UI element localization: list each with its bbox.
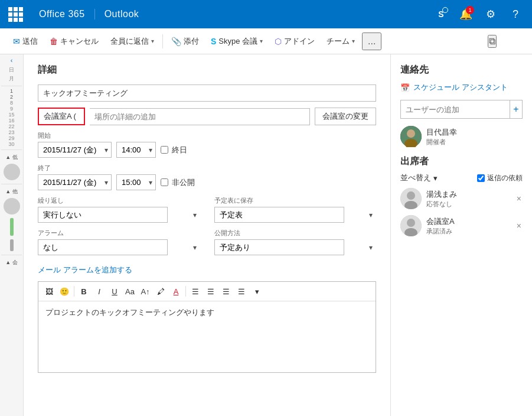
font-color-btn[interactable]: A <box>169 284 183 298</box>
skype-icon: S <box>211 37 216 46</box>
end-time-wrapper: 15:00 15:30 16:00 <box>116 174 156 190</box>
publicmethod-select[interactable]: 予定あり 空き時間 外出中 <box>214 239 344 255</box>
toolbar: ✉ 送信 🗑 キャンセル 全員に返信 ▾ 📎 添付 S Skype 会議 ▾ ⬡… <box>0 28 532 54</box>
insert-emoji-btn[interactable]: 🙂 <box>57 284 71 298</box>
more-button[interactable]: ... <box>362 32 381 50</box>
saveto-select[interactable]: 予定表 その他 <box>214 207 344 223</box>
end-label: 終了 <box>38 164 376 173</box>
private-checkbox[interactable] <box>161 178 168 186</box>
add-user-input[interactable] <box>401 102 510 118</box>
alarm-select[interactable]: なし 5分前 15分前 30分前 <box>38 239 168 255</box>
editor-sep-2 <box>185 286 186 297</box>
meeting-title-input[interactable] <box>38 84 376 102</box>
toolbar-separator <box>162 34 163 48</box>
add-alarm-row: メール アラームを追加する <box>38 265 376 275</box>
alarm-label: アラーム <box>38 229 200 238</box>
saveto-wrapper: 予定表 その他 <box>214 207 377 223</box>
person-avatar-small <box>4 164 20 180</box>
attendee-item-2: 会議室A 承諾済み × <box>400 215 523 236</box>
section-meeting: ▲ 会 <box>1 259 22 266</box>
editor-sep-1 <box>74 286 74 297</box>
teams-button[interactable]: チーム ▾ <box>322 34 360 49</box>
repeat-wrapper: 実行しない 毎日 毎週 <box>38 207 200 223</box>
cancel-button[interactable]: 🗑 キャンセル <box>45 34 103 49</box>
form-title: 詳細 <box>38 64 376 76</box>
form-area: 詳細 会議室A ( 会議室の変更 開始 2015/11/27 (金) 201 <box>24 54 390 416</box>
organizer-info: 目代昌幸 開催者 <box>426 127 523 147</box>
color-bar-gray <box>10 239 14 251</box>
add-user-button[interactable]: + <box>510 100 522 118</box>
add-user-row: + <box>400 100 523 119</box>
content-area: 詳細 会議室A ( 会議室の変更 開始 2015/11/27 (金) 201 <box>24 54 532 416</box>
calendar-icon: 📅 <box>400 83 410 92</box>
svg-point-1 <box>407 129 415 138</box>
calendar-sidebar: ‹ 日 月 1 2 8 9 15 16 22 23 29 30 ▲ 低 ▲ 他 … <box>0 54 24 416</box>
indent-decrease-btn[interactable]: ☰ <box>219 284 233 298</box>
highlight-btn[interactable]: 🖍 <box>154 284 168 298</box>
settings-icon[interactable]: ⚙ <box>480 4 501 25</box>
attendee-status-1: 応答なし <box>426 200 511 209</box>
more-formatting-btn[interactable]: ▾ <box>250 284 264 298</box>
remove-attendee-1[interactable]: × <box>515 193 523 204</box>
bold-btn[interactable]: B <box>77 284 91 298</box>
attendee-avatar-2 <box>400 215 422 236</box>
list-ul-btn[interactable]: ☰ <box>188 284 203 298</box>
skype-button[interactable]: S Skype 会議 ▾ <box>206 34 267 49</box>
repeat-group: 繰り返し 実行しない 毎日 毎週 <box>38 196 200 223</box>
saveto-group: 予定表に保存 予定表 その他 <box>214 196 377 223</box>
help-icon[interactable]: ? <box>505 4 526 25</box>
send-button[interactable]: ✉ 送信 <box>8 34 43 49</box>
end-date-select[interactable]: 2015/11/27 (金) 2015/11/28 (土) <box>38 174 112 190</box>
attendee-info-2: 会議室A 承諾済み <box>426 216 511 236</box>
sort-link[interactable]: 並べ替え ▾ <box>400 173 438 183</box>
location-label: 会議室A ( <box>38 108 85 125</box>
schedule-assistant-link[interactable]: 📅 スケジュール アシスタント <box>400 82 523 93</box>
end-date-wrapper: 2015/11/27 (金) 2015/11/28 (土) <box>38 174 112 190</box>
indent-increase-btn[interactable]: ☰ <box>234 284 249 298</box>
attendee-item: 湯浅まみ 応答なし × <box>400 188 523 209</box>
reply-all-button[interactable]: 全員に返信 ▾ <box>106 34 159 49</box>
sidebar-collapse-btn[interactable]: ‹ <box>11 57 13 64</box>
attach-button[interactable]: 📎 添付 <box>167 34 204 49</box>
font-size-btn[interactable]: A↑ <box>138 284 152 298</box>
sort-row: 並べ替え ▾ 返信の依頼 <box>400 173 523 183</box>
font-btn[interactable]: Aa <box>123 284 137 298</box>
allday-checkbox-label: 終日 <box>161 145 187 155</box>
top-bar: Office 365 Outlook S 🔔 1 ⚙ ? <box>0 0 532 28</box>
change-room-button[interactable]: 会議室の変更 <box>315 108 376 125</box>
return-label: 返信の依頼 <box>477 173 523 183</box>
waffle-menu[interactable] <box>6 5 25 24</box>
attendee-avatar-1 <box>400 188 422 209</box>
send-icon: ✉ <box>13 37 20 46</box>
underline-btn[interactable]: U <box>107 284 122 298</box>
skype-dropdown-icon: ▾ <box>260 38 263 44</box>
repeat-label: 繰り返し <box>38 196 200 205</box>
end-time-select[interactable]: 15:00 15:30 16:00 <box>116 174 156 190</box>
start-time-select[interactable]: 14:00 14:30 15:00 <box>116 142 156 158</box>
italic-btn[interactable]: I <box>92 284 106 298</box>
end-datetime-row: 2015/11/27 (金) 2015/11/28 (土) 15:00 15:3… <box>38 174 376 190</box>
list-ol-btn[interactable]: ☰ <box>204 284 218 298</box>
notification-icon[interactable]: 🔔 1 <box>455 4 476 25</box>
publicmethod-group: 公開方法 予定あり 空き時間 外出中 <box>214 229 377 255</box>
title-group <box>38 84 376 102</box>
repeat-select[interactable]: 実行しない 毎日 毎週 <box>38 207 168 223</box>
location-detail-input[interactable] <box>90 108 310 125</box>
add-alarm-link[interactable]: メール アラームを追加する <box>38 265 132 275</box>
allday-checkbox[interactable] <box>161 146 168 154</box>
restore-button[interactable]: ⧉ <box>488 35 497 48</box>
attendee-name-1: 湯浅まみ <box>426 189 511 200</box>
sharepoint-icon[interactable]: S <box>430 4 452 25</box>
body-editor[interactable]: プロジェクトのキックオフミーティングやります <box>38 301 376 372</box>
organizer-role: 開催者 <box>426 138 523 147</box>
insert-image-btn[interactable]: 🖼 <box>42 284 56 298</box>
section-low: ▲ 低 <box>1 154 22 161</box>
admin-icon: ⬡ <box>275 37 282 46</box>
remove-attendee-2[interactable]: × <box>515 220 523 232</box>
attendee-name-2: 会議室A <box>426 216 511 227</box>
admin-button[interactable]: ⬡ アドイン <box>270 34 319 49</box>
attach-icon: 📎 <box>171 37 181 46</box>
publicmethod-label: 公開方法 <box>214 229 377 238</box>
return-checkbox[interactable] <box>477 174 485 182</box>
start-date-select[interactable]: 2015/11/27 (金) 2015/11/28 (土) <box>38 142 112 158</box>
